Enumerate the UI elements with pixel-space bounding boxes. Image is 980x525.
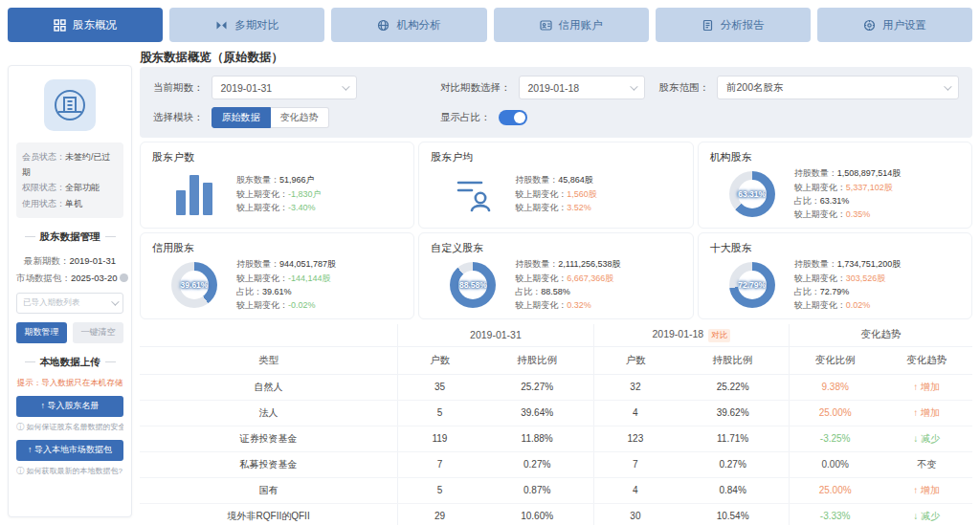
col-change-trend: 变化趋势: [880, 346, 972, 374]
card-top-ten-shareholders: 十大股东 72.79% 持股数量：1,734,751,200股 较上期变化：30…: [698, 232, 972, 319]
bar-chart-icon: [152, 173, 236, 215]
show-ratio-toggle[interactable]: [499, 110, 527, 125]
compare-period-select[interactable]: 2019-01-18: [519, 76, 645, 99]
donut-chart: 72.79%: [729, 262, 775, 308]
cell-count-2: 32: [593, 374, 677, 400]
period-manage-button[interactable]: 期数管理: [16, 322, 67, 343]
group-trend: 变化趋势: [790, 324, 972, 346]
cards-row-2: 信用股东 39.61% 持股数量：944,051,787股 较上期变化：-144…: [140, 232, 972, 319]
stat-line: 持股数量：1,734,751,200股: [794, 257, 960, 271]
cell-change: -3.33%: [790, 503, 881, 525]
table-row: 自然人 35 25.27% 32 25.22% 9.38% ↑ 增加: [140, 374, 972, 400]
cell-ratio-1: 39.64%: [481, 400, 593, 426]
cell-change: 9.38%: [790, 374, 881, 400]
cell-count-1: 7: [398, 451, 481, 477]
cell-trend: ↑ 增加: [880, 477, 972, 503]
stat-line: 持股数量：1,508,897,514股: [794, 166, 960, 180]
top-navigation: 股东概况 多期对比 机构分析 信用账户 分析报告 用户设置: [8, 8, 972, 42]
section-title-data-management: 股东数据管理: [16, 230, 123, 244]
stat-line: 持股数量：944,051,787股: [236, 257, 402, 271]
cell-trend: 不变: [880, 451, 972, 477]
cell-ratio-1: 10.60%: [481, 503, 593, 525]
chevron-down-icon: [111, 297, 119, 305]
info-icon: ⓘ: [16, 422, 25, 431]
col-count-2: 户数: [593, 346, 677, 374]
compare-period-label: 对比期数选择：: [440, 81, 511, 95]
market-package-row: 市场数据包：2025-03-20: [16, 270, 123, 287]
stat-line: 较上期变化：-0.02%: [236, 298, 402, 312]
cell-count-2: 4: [593, 400, 677, 426]
compare-icon: [215, 19, 228, 32]
stat-line: 占比：72.79%: [794, 285, 960, 298]
stat-line: 较上期变化：6,667,366股: [515, 272, 680, 285]
roster-security-help-link[interactable]: ⓘ如何保证股东名册数据的安全性: [16, 422, 123, 433]
col-count-1: 户数: [398, 346, 481, 374]
cell-ratio-2: 0.27%: [677, 451, 789, 477]
chevron-down-icon: [944, 82, 951, 90]
cell-count-2: 30: [593, 503, 677, 525]
globe-icon: [377, 19, 390, 32]
cell-count-1: 35: [398, 374, 481, 400]
table-column-header: 类型 户数 持股比例 户数 持股比例 变化比例 变化趋势: [140, 346, 972, 374]
member-status: 会员状态：未签约/已过期: [22, 149, 118, 180]
stat-line: 较上期变化：0.32%: [515, 298, 680, 312]
card-institutional-shareholders: 机构股东 63.31% 持股数量：1,508,897,514股 较上期变化：5,…: [698, 142, 972, 229]
donut-chart: 88.58%: [450, 262, 496, 308]
col-change-ratio: 变化比例: [790, 346, 881, 374]
usage-status: 使用状态：单机: [22, 196, 118, 211]
refresh-icon[interactable]: [120, 273, 128, 282]
stat-line: 较上期变化：0.35%: [794, 208, 960, 221]
id-card-icon: [540, 19, 552, 32]
cell-ratio-2: 0.84%: [677, 477, 789, 503]
cell-change: 25.00%: [790, 477, 881, 503]
tab-multi-period-compare[interactable]: 多期对比: [169, 8, 324, 42]
card-average-holding: 股东户均 持股数量：45,864股 较上期变化：1,560股 较上期变化：3.5…: [418, 142, 693, 229]
cell-type: 自然人: [140, 374, 398, 400]
stat-line: 较上期变化：303,526股: [794, 272, 960, 285]
card-shareholder-count: 股东户数 股东数量：51,966户 较上期变化：-1,830户 较上期变化：-3…: [140, 142, 414, 229]
rights-status: 权限状态：全部功能: [22, 180, 118, 195]
table-row: 私募投资基金 7 0.27% 7 0.27% 0.00% 不变: [140, 451, 972, 477]
card-title: 信用股东: [152, 241, 402, 255]
cell-change: 0.00%: [790, 451, 881, 477]
tab-shareholder-overview[interactable]: 股东概况: [8, 8, 163, 42]
filter-panel: 当前期数： 2019-01-31 对比期数选择： 2019-01-18 股东范围…: [140, 67, 972, 138]
import-roster-button[interactable]: ↑ 导入股东名册: [16, 396, 123, 417]
card-title: 股东户均: [431, 150, 680, 164]
tab-institution-analysis[interactable]: 机构分析: [331, 8, 486, 42]
stat-line: 较上期变化：-144,144股: [236, 272, 402, 285]
cell-type: 境外非RQFII的QFII: [140, 503, 398, 525]
info-icon: ⓘ: [16, 466, 25, 475]
building-icon: [52, 87, 88, 123]
cell-ratio-1: 0.87%: [481, 477, 593, 503]
group-compare-period: 2019-01-18对比: [593, 324, 789, 346]
tab-label: 用户设置: [882, 18, 926, 33]
cell-ratio-2: 39.62%: [677, 400, 789, 426]
cell-type: 法人: [140, 400, 398, 426]
table-group-header: 2019-01-31 2019-01-18对比 变化趋势: [140, 324, 972, 346]
current-period-select[interactable]: 2019-01-31: [212, 76, 357, 99]
table-row: 境外非RQFII的QFII 29 10.60% 30 10.54% -3.33%…: [140, 503, 972, 525]
tab-credit-account[interactable]: 信用账户: [494, 8, 649, 42]
section-title-local-upload: 本地数据上传: [16, 356, 123, 369]
cards-row-1: 股东户数 股东数量：51,966户 较上期变化：-1,830户 较上期变化：-3…: [140, 142, 972, 229]
latest-period-row: 最新期数：2019-01-31: [16, 252, 123, 270]
stat-line: 较上期变化：-3.40%: [236, 201, 402, 214]
module-option-change-trend[interactable]: 变化趋势: [271, 107, 329, 128]
tab-analysis-report[interactable]: 分析报告: [656, 8, 811, 42]
tab-user-settings[interactable]: 用户设置: [817, 8, 972, 42]
group-current-period: 2019-01-31: [398, 324, 593, 346]
import-market-package-button[interactable]: ↑ 导入本地市场数据包: [16, 440, 123, 461]
comparison-table: 2019-01-31 2019-01-18对比 变化趋势 类型 户数 持股比例 …: [140, 324, 972, 525]
clear-all-button[interactable]: 一键清空: [73, 322, 123, 343]
chevron-down-icon: [342, 82, 349, 90]
donut-chart: 39.61%: [171, 262, 217, 308]
market-package-help-link[interactable]: ⓘ如何获取最新的本地数据包?: [16, 466, 123, 477]
module-option-raw-data[interactable]: 原始数据: [212, 107, 271, 128]
cell-trend: ↓ 减少: [880, 426, 972, 451]
col-ratio-1: 持股比例: [481, 346, 593, 374]
report-icon: [702, 19, 714, 32]
scope-select[interactable]: 前200名股东: [717, 76, 959, 99]
tab-label: 信用账户: [559, 18, 603, 33]
imported-periods-select[interactable]: 已导入期数列表: [16, 293, 123, 314]
